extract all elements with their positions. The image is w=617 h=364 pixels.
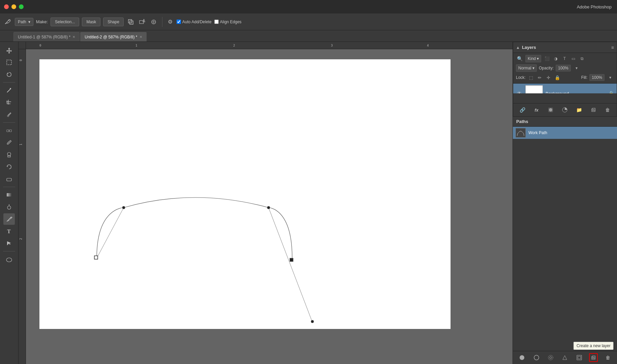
combine-icon[interactable]	[126, 18, 135, 26]
svg-rect-47	[577, 355, 582, 360]
type-filter-icon[interactable]: T	[561, 55, 568, 62]
wand-tool-icon[interactable]	[3, 85, 15, 96]
svg-rect-48	[578, 356, 581, 359]
layer-mask-icon[interactable]	[546, 105, 555, 114]
tool-mode-label: Path	[18, 20, 26, 24]
opacity-label: Opacity:	[539, 66, 554, 70]
lock-icons: ⬚ ✏ ✛ 🔒	[528, 74, 561, 81]
gradient-tool-icon[interactable]	[3, 189, 15, 201]
svg-line-10	[7, 89, 10, 92]
svg-rect-1	[128, 20, 132, 23]
path-item-workpath[interactable]: Work Path	[513, 127, 617, 139]
history-tool-icon[interactable]	[3, 161, 15, 173]
delete-path-icon[interactable]: 🗑	[604, 353, 612, 362]
blend-mode-dropdown[interactable]: Normal ▾	[516, 64, 537, 72]
lock-position-icon[interactable]: ✛	[545, 74, 552, 81]
shape-filter-icon[interactable]: ▭	[569, 55, 577, 62]
canvas-white[interactable]	[39, 59, 451, 329]
selection-tool-icon[interactable]	[3, 57, 15, 68]
minimize-button[interactable]	[11, 4, 16, 9]
left-toolbar: T	[0, 42, 19, 364]
patch-tool-icon[interactable]	[3, 125, 15, 136]
canvas-area[interactable]: 0 1 2 3 4 0 1 2	[19, 42, 513, 364]
tab-close-icon[interactable]: ✕	[140, 35, 142, 39]
fill-value[interactable]: 100%	[589, 74, 605, 81]
opacity-arrow-icon[interactable]: ▾	[573, 64, 580, 72]
create-new-path-button[interactable]: Create a new layer	[589, 353, 598, 362]
maximize-button[interactable]	[19, 4, 24, 9]
link-icon[interactable]: 🔗	[518, 105, 527, 114]
lock-transparent-icon[interactable]: ⬚	[528, 74, 534, 81]
auto-add-delete-checkbox[interactable]	[177, 20, 181, 24]
layer-lock-icon[interactable]: 🔒	[608, 91, 614, 93]
move-tool-icon[interactable]	[3, 44, 15, 56]
text-tool-icon[interactable]: T	[3, 225, 15, 237]
adjustment-filter-icon[interactable]: ◑	[552, 55, 559, 62]
eraser-tool-icon[interactable]	[3, 173, 15, 185]
align-edges-group: Align Edges	[214, 20, 242, 24]
load-selection-icon[interactable]	[546, 353, 555, 362]
make-work-path-icon[interactable]	[560, 353, 569, 362]
stamp-tool-icon[interactable]	[3, 149, 15, 160]
paths-spacer	[513, 139, 617, 351]
align-icon[interactable]	[149, 18, 158, 26]
layer-item-background[interactable]: 👁 Background 🔒	[513, 84, 617, 93]
kind-dropdown[interactable]: Kind ▾	[525, 55, 541, 62]
group-icon[interactable]: 📁	[575, 105, 584, 114]
lock-brush-icon[interactable]: ✏	[536, 74, 543, 81]
layers-panel-header: ▲ Layers ≡	[513, 42, 617, 53]
mask-button[interactable]: Mask	[82, 18, 100, 26]
titlebar: Adobe Photoshop	[0, 0, 617, 13]
ruler-label-3: 3	[331, 44, 333, 47]
fx-icon[interactable]: fx	[532, 105, 541, 114]
svg-rect-15	[9, 130, 11, 132]
tab-untitled2[interactable]: Untitled-2 @ 587% (RGB/8) * ✕	[80, 32, 146, 41]
fill-path-icon[interactable]	[518, 353, 526, 362]
ruler-corner	[19, 42, 26, 49]
add-layer-mask-icon[interactable]	[575, 353, 584, 362]
align-edges-checkbox[interactable]	[214, 20, 219, 24]
layers-spacer	[513, 93, 617, 103]
tab-close-icon[interactable]: ✕	[72, 35, 75, 39]
stroke-path-icon[interactable]	[532, 353, 541, 362]
layer-visibility-icon[interactable]: 👁	[516, 90, 523, 93]
shape-button[interactable]: Shape	[103, 18, 124, 26]
pen-tool-icon[interactable]	[3, 17, 12, 27]
pixel-filter-icon[interactable]: ⬛	[543, 55, 551, 62]
crop-tool-icon[interactable]	[3, 97, 15, 108]
path-ops-icon[interactable]	[138, 18, 147, 26]
opacity-value[interactable]: 100%	[556, 65, 571, 71]
close-button[interactable]	[4, 4, 9, 9]
tool-mode-dropdown[interactable]: Path ▾	[15, 18, 33, 26]
panel-collapse-icon[interactable]: ▲	[516, 45, 520, 50]
svg-rect-21	[7, 193, 11, 196]
layers-panel-menu-icon[interactable]: ≡	[611, 45, 614, 50]
delete-layer-icon[interactable]: 🗑	[603, 105, 612, 114]
lasso-tool-icon[interactable]	[3, 69, 15, 80]
new-layer-icon[interactable]	[589, 105, 598, 114]
pen-tool-active-icon[interactable]	[3, 213, 15, 225]
tab-label: Untitled-1 @ 587% (RGB/8) *	[18, 35, 70, 39]
brush-tool-icon[interactable]	[3, 137, 15, 148]
svg-marker-19	[7, 166, 8, 167]
eyedropper-tool-icon[interactable]	[3, 109, 15, 120]
lock-all-icon[interactable]: 🔒	[554, 74, 561, 81]
make-label: Make:	[36, 19, 48, 24]
gear-icon[interactable]: ⚙	[166, 17, 174, 26]
lock-label: Lock:	[516, 75, 526, 80]
dodge-tool-icon[interactable]	[3, 201, 15, 213]
layer-name: Background	[546, 91, 606, 94]
selection-button[interactable]: Selection...	[51, 18, 79, 26]
adjustment-icon[interactable]	[560, 105, 569, 114]
ruler-v-label-1: 1	[19, 144, 23, 145]
svg-text:T: T	[7, 229, 11, 234]
path-select-icon[interactable]	[3, 238, 15, 249]
main-toolbar: Path ▾ Make: Selection... Mask Shape ⚙ A…	[0, 13, 617, 30]
fill-arrow-icon[interactable]: ▾	[607, 74, 614, 81]
tab-untitled1[interactable]: Untitled-1 @ 587% (RGB/8) * ✕	[13, 32, 80, 41]
ruler-horizontal: 0 1 2 3 4	[26, 42, 513, 49]
svg-marker-46	[563, 356, 567, 360]
smart-filter-icon[interactable]: ⧉	[578, 55, 586, 62]
auto-add-delete-group: Auto Add/Delete	[177, 20, 212, 24]
shape-tool-icon[interactable]	[3, 253, 15, 265]
